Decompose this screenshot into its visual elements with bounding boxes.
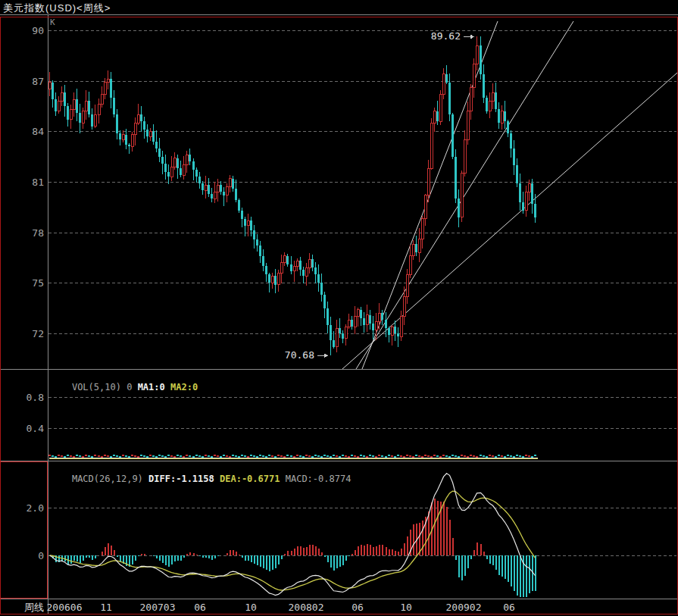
price-axis-tick: 81 bbox=[32, 177, 44, 188]
volume-tick bbox=[256, 456, 258, 458]
candle-body-up bbox=[336, 328, 338, 346]
volume-tick bbox=[116, 455, 118, 457]
volume-tick bbox=[412, 456, 414, 458]
volume-tick bbox=[143, 455, 145, 457]
candle-body-up bbox=[378, 313, 380, 321]
candle-body-up bbox=[433, 111, 436, 124]
time-axis-label: 200802 bbox=[289, 602, 324, 613]
volume-tick bbox=[265, 456, 267, 458]
candle-body-down bbox=[507, 121, 509, 133]
candle-body-down bbox=[486, 98, 488, 111]
candle-body-down bbox=[152, 131, 155, 141]
volume-tick bbox=[104, 455, 106, 456]
candle-body-down bbox=[202, 183, 204, 190]
candle-body-down bbox=[320, 283, 323, 295]
candle-body-up bbox=[173, 158, 176, 167]
candle-body-down bbox=[253, 230, 255, 239]
volume-tick bbox=[98, 455, 100, 457]
candle-body-down bbox=[513, 149, 515, 165]
vol-indicator-label[interactable]: VOL(5,10) bbox=[72, 382, 121, 392]
candle-body-up bbox=[305, 267, 308, 276]
candle-body-down bbox=[448, 83, 451, 114]
volume-tick bbox=[290, 455, 292, 457]
volume-tick bbox=[510, 455, 512, 457]
period-selector-weekly[interactable]: 周线 bbox=[0, 601, 44, 614]
candle-body-up bbox=[205, 185, 207, 190]
candle-body-down bbox=[381, 313, 383, 320]
kline-pane-label: K bbox=[50, 17, 55, 27]
candle-body-down bbox=[519, 183, 521, 202]
candle-body-down bbox=[415, 244, 417, 252]
candle-body-down bbox=[167, 172, 170, 177]
candle-body-down bbox=[323, 295, 326, 308]
candle-body-down bbox=[189, 155, 191, 161]
candle-body-down bbox=[510, 133, 512, 149]
candle-body-down bbox=[317, 274, 320, 283]
volume-tick bbox=[82, 456, 84, 458]
volume-tick bbox=[378, 455, 380, 456]
volume-tick bbox=[445, 455, 448, 457]
volume-tick bbox=[58, 455, 60, 456]
volume-tick bbox=[442, 455, 445, 456]
volume-tick bbox=[198, 455, 201, 457]
candle-body-up bbox=[61, 92, 63, 101]
candle-body-down bbox=[311, 259, 314, 267]
candle-body-down bbox=[208, 185, 210, 193]
volume-tick bbox=[455, 455, 457, 457]
candle-body-down bbox=[52, 83, 54, 99]
volume-tick bbox=[311, 456, 314, 458]
candle-body-down bbox=[241, 211, 243, 219]
candle-body-up bbox=[525, 192, 527, 210]
low-price-annotation: 70.68 bbox=[277, 349, 314, 361]
candle-body-down bbox=[363, 318, 365, 325]
candle-body-down bbox=[495, 92, 497, 109]
volume-tick bbox=[52, 455, 54, 457]
candle-body-up bbox=[430, 123, 433, 168]
volume-tick bbox=[342, 455, 344, 456]
volume-tick bbox=[158, 455, 161, 456]
candle-body-down bbox=[244, 219, 246, 226]
volume-tick bbox=[351, 455, 353, 456]
candle-body-down bbox=[211, 194, 213, 199]
high-price-annotation: 89.62 bbox=[423, 30, 461, 42]
volume-tick bbox=[363, 455, 365, 457]
volume-tick bbox=[531, 456, 533, 458]
page-title: 美元指数(USD)<周线> bbox=[3, 2, 111, 15]
candle-body-up bbox=[366, 315, 368, 325]
candle-body-down bbox=[232, 179, 234, 189]
candle-body-down bbox=[265, 266, 267, 274]
volume-tick bbox=[202, 456, 204, 458]
candle-body-down bbox=[88, 101, 90, 114]
time-axis-label: 11 bbox=[100, 602, 112, 613]
candle-body-down bbox=[55, 99, 57, 111]
candle-body-up bbox=[403, 296, 405, 317]
volume-tick bbox=[354, 455, 356, 457]
candle-body-down bbox=[299, 261, 302, 269]
candle-body-up bbox=[476, 45, 478, 64]
price-pane[interactable] bbox=[1, 17, 677, 370]
candle-body-down bbox=[250, 220, 252, 230]
volume-tick bbox=[70, 455, 72, 457]
candle-body-up bbox=[345, 327, 347, 339]
macd-pane-header: MACD(26,12,9) DIFF:-1.1158 DEA:-0.6771 M… bbox=[50, 463, 351, 495]
candle-body-down bbox=[534, 204, 536, 217]
volume-tick bbox=[161, 455, 164, 457]
volume-tick bbox=[61, 455, 63, 457]
candle-body-down bbox=[164, 164, 167, 172]
volume-tick bbox=[381, 455, 383, 457]
chart-canvas[interactable]: 908784817875720.80.42.002006061120070306… bbox=[0, 0, 678, 616]
volume-tick bbox=[492, 455, 494, 457]
volume-tick bbox=[88, 455, 90, 457]
macd-indicator-label[interactable]: MACD(26,12,9) bbox=[72, 474, 143, 484]
volume-tick bbox=[461, 455, 463, 456]
time-axis-label: 06 bbox=[194, 602, 206, 613]
volume-tick bbox=[528, 455, 530, 457]
macd-axis-tick: 0 bbox=[38, 550, 44, 561]
volume-tick bbox=[253, 455, 255, 457]
volume-tick bbox=[439, 456, 442, 458]
candle-body-down bbox=[119, 133, 121, 140]
volume-tick bbox=[302, 456, 305, 458]
volume-tick bbox=[226, 455, 228, 457]
candle-body-down bbox=[128, 145, 130, 146]
volume-tick bbox=[173, 456, 176, 458]
